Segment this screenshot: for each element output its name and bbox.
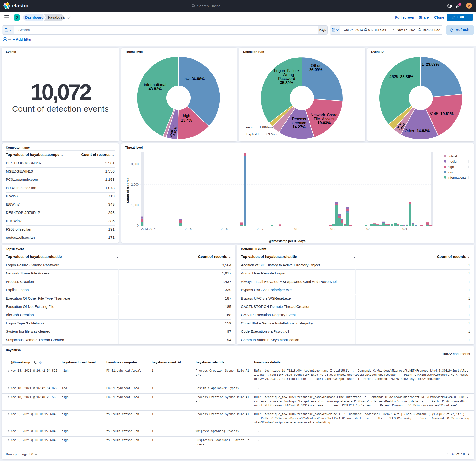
svg-text:3,000: 3,000	[131, 162, 139, 166]
svg-text:Count of records: Count of records	[126, 178, 129, 203]
svg-text:2013: 2013	[141, 227, 148, 230]
svg-text:1,000: 1,000	[131, 204, 139, 207]
svg-text:critical: critical	[448, 154, 457, 158]
svg-text:medium: medium	[448, 160, 459, 163]
svg-text:@timestamp per 30 days: @timestamp per 30 days	[269, 239, 306, 243]
svg-text:2015: 2015	[185, 227, 192, 230]
svg-text:2020: 2020	[365, 227, 371, 230]
svg-text:high: high	[448, 165, 454, 169]
svg-text:low: low	[448, 170, 453, 174]
svg-text:informational: informational	[448, 176, 466, 179]
svg-text:2021: 2021	[401, 227, 407, 230]
svg-text:2014: 2014	[149, 227, 156, 230]
svg-text:2019: 2019	[329, 227, 335, 230]
svg-text:2016: 2016	[221, 227, 228, 230]
svg-text:2017: 2017	[257, 227, 264, 230]
svg-text:2018: 2018	[293, 227, 299, 230]
svg-text:2,000: 2,000	[131, 183, 139, 186]
svg-text:0: 0	[137, 224, 139, 227]
